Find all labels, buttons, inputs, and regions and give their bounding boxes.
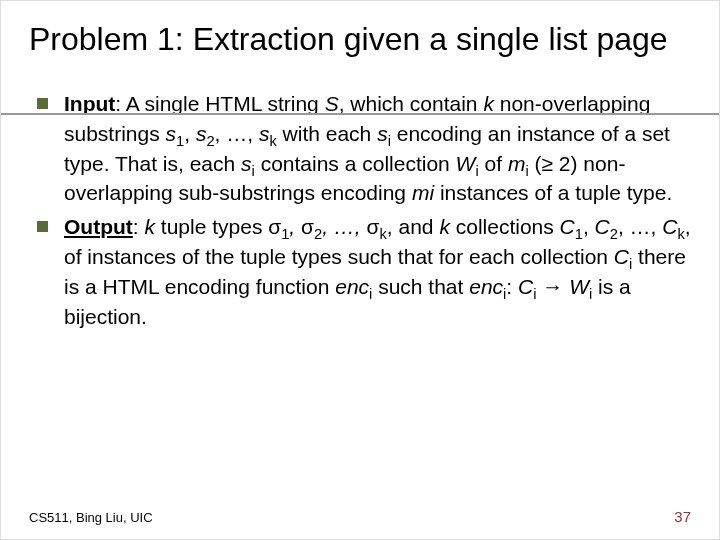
- bullet-input: Input: A single HTML string S, which con…: [37, 89, 691, 208]
- square-bullet-icon: [37, 98, 48, 109]
- bullet-output: Output: k tuple types σ1, σ2, …, σk, and…: [37, 212, 691, 331]
- slide-title: Problem 1: Extraction given a single lis…: [29, 19, 691, 59]
- bullet-input-text: Input: A single HTML string S, which con…: [64, 89, 691, 208]
- title-underline: [1, 113, 719, 115]
- content: Input: A single HTML string S, which con…: [29, 89, 691, 332]
- bullet-output-text: Output: k tuple types σ1, σ2, …, σk, and…: [64, 212, 691, 331]
- footer-left: CS511, Bing Liu, UIC: [29, 510, 153, 525]
- slide: Problem 1: Extraction given a single lis…: [1, 1, 719, 539]
- square-bullet-icon: [37, 221, 48, 232]
- footer: CS511, Bing Liu, UIC 37: [29, 508, 691, 525]
- page-number: 37: [674, 508, 691, 525]
